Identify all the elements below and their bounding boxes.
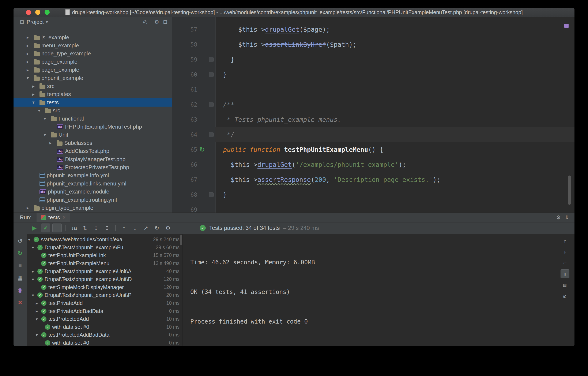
test-tree-item[interactable]: ▾✓testProtectedAddBadData0 ms [27, 331, 182, 339]
test-tree-item[interactable]: ▾✓Drupal\Tests\phpunit_example\Unit\P20 … [27, 291, 182, 299]
scroll-to-end-toggle[interactable]: ⇓ [561, 269, 569, 278]
test-tree-item[interactable]: ▾✓/var/www/web/modules/contrib/exa29 s 2… [27, 236, 182, 243]
editor-scrollbar-thumb[interactable] [568, 176, 571, 205]
rerun-tests-button[interactable]: ▶ [30, 224, 39, 232]
project-tree-item[interactable]: phpunit_example.links.menu.yml [13, 179, 172, 188]
hide-panel-button[interactable]: ⊟ [161, 18, 169, 26]
clear-all-button[interactable]: ∅ [561, 292, 569, 300]
project-tree-item[interactable]: ▸src [13, 82, 172, 90]
error-stripe-mark[interactable] [564, 24, 568, 28]
next-failed-test-button[interactable]: ↓ [131, 224, 139, 232]
expand-arrow-icon[interactable]: ▸ [27, 43, 34, 48]
fold-marker-icon[interactable] [207, 132, 215, 137]
print-button[interactable]: ▤ [561, 281, 569, 289]
project-tree-item[interactable]: ▾src [13, 107, 172, 115]
test-tree-item[interactable]: ✓testSimpleMockDisplayManager120 ms [27, 283, 182, 291]
project-tree-item[interactable]: ▾tests [13, 98, 172, 106]
project-tree-item[interactable]: ▸node_type_example [13, 50, 172, 58]
show-passed-toggle[interactable]: ✔ [41, 223, 50, 232]
test-tree-item[interactable]: ✓testPhpUnitExampleLink15 s 570 ms [27, 252, 182, 259]
close-button[interactable]: × [16, 298, 24, 307]
collapse-arrow-icon[interactable]: ▾ [32, 277, 37, 282]
settings-gear-button[interactable]: ⚙ [163, 224, 172, 232]
test-tree-item[interactable]: ▾✓Drupal\Tests\phpunit_example\Fu29 s 60… [27, 243, 182, 252]
restore-layout-button[interactable]: ▦ [16, 274, 24, 282]
project-tree-item[interactable]: ▸Subclasses [13, 139, 172, 147]
collapse-arrow-icon[interactable]: ▾ [32, 293, 37, 298]
test-tree-item[interactable]: ▾✓testProtectedAdd10 ms [27, 315, 182, 323]
project-tree-item[interactable]: ▾phpunit_example [13, 74, 172, 82]
expand-arrow-icon[interactable]: ▸ [49, 140, 57, 145]
test-tree-item[interactable]: ▸✓testPrivateAdd10 ms [27, 299, 182, 307]
collapse-arrow-icon[interactable]: ▾ [36, 332, 41, 338]
expand-arrow-icon[interactable]: ▸ [27, 35, 34, 40]
expand-arrow-icon[interactable]: ▸ [32, 92, 40, 97]
project-tree-item[interactable]: ▸js_example [13, 33, 172, 42]
collapse-arrow-icon[interactable]: ▾ [44, 133, 51, 137]
scroll-from-source-button[interactable]: ◎ [141, 18, 149, 26]
expand-arrow-icon[interactable]: ▸ [36, 301, 41, 306]
test-tree-item[interactable]: ✓testPhpUnitExampleMenu13 s 490 ms [27, 259, 182, 267]
fold-marker-icon[interactable] [207, 57, 215, 62]
fold-marker-icon[interactable] [207, 72, 215, 77]
project-tree-item[interactable]: phpAddClassTest.php [13, 147, 172, 155]
project-tree-item[interactable]: ▾Unit [13, 131, 172, 139]
up-stack-trace-button[interactable]: ↑ [561, 236, 569, 245]
chevron-down-icon[interactable]: ▾ [46, 20, 48, 24]
pin-tab-toggle[interactable]: ◉ [16, 286, 24, 294]
project-tree-item[interactable]: phpProtectedPrivatesTest.php [13, 163, 172, 171]
expand-arrow-icon[interactable]: ▸ [27, 67, 34, 73]
project-tree-item[interactable]: phpDisplayManagerTest.php [13, 155, 172, 163]
stop-button[interactable]: ■ [16, 261, 24, 270]
test-tree-item[interactable]: ▸✓Drupal\Tests\phpunit_example\Unit\A40 … [27, 267, 182, 275]
sort-alphabetically-toggle[interactable]: ↓a [70, 224, 79, 232]
collapse-arrow-icon[interactable]: ▾ [32, 100, 40, 105]
expand-arrow-icon[interactable]: ▸ [27, 205, 34, 210]
project-tree-item[interactable]: ▸templates [13, 90, 172, 98]
minimize-window-button[interactable] [35, 10, 40, 15]
fold-marker-icon[interactable] [207, 102, 215, 107]
collapse-arrow-icon[interactable]: ▾ [36, 317, 41, 322]
rerun-button[interactable]: ↺ [16, 237, 24, 245]
zoom-window-button[interactable] [45, 10, 50, 15]
project-tree-item[interactable]: phpphpunit_example.module [13, 188, 172, 196]
tab-tests[interactable]: tests × [37, 213, 70, 222]
project-tree-item[interactable]: ▸menu_example [13, 42, 172, 49]
expand-arrow-icon[interactable]: ▸ [27, 59, 34, 64]
close-window-button[interactable] [26, 10, 31, 15]
test-tree-item[interactable]: ▸✓testPrivateAddBadData0 ms [27, 307, 182, 315]
settings-gear-button[interactable]: ⚙ [556, 214, 561, 221]
project-tree-item[interactable]: ▸pager_example [13, 66, 172, 74]
run-test-gutter-icon[interactable]: ↻ [198, 146, 207, 154]
project-panel-title[interactable]: Project [27, 19, 44, 25]
previous-failed-test-button[interactable]: ↑ [120, 224, 128, 232]
close-tab-icon[interactable]: × [63, 214, 66, 221]
show-ignored-toggle[interactable]: ≡ [52, 223, 62, 232]
down-stack-trace-button[interactable]: ↓ [561, 247, 569, 256]
collapse-arrow-icon[interactable]: ▾ [38, 108, 45, 113]
collapse-arrow-icon[interactable]: ▾ [28, 237, 34, 242]
test-tree-item[interactable]: ✓with data set #00 ms [27, 339, 182, 346]
project-tree-item[interactable]: phpPHPUnitExampleMenuTest.php [13, 123, 172, 131]
collapse-arrow-icon[interactable]: ▾ [32, 245, 37, 250]
test-tree-item[interactable]: ▾✓Drupal\Tests\phpunit_example\Unit\D120… [27, 275, 182, 283]
settings-gear-button[interactable]: ⚙ [152, 18, 161, 26]
import-test-results-button[interactable]: ↗ [142, 224, 150, 232]
expand-all-button[interactable]: ↧ [92, 224, 101, 232]
collapse-arrow-icon[interactable]: ▾ [44, 116, 51, 121]
project-tree-item[interactable]: phpunit_example.routing.yml [13, 196, 172, 204]
hide-panel-button[interactable]: ⇓ [565, 214, 569, 221]
project-tree-item[interactable]: ▾Functional [13, 115, 172, 123]
project-tree-item[interactable]: ▸page_example [13, 58, 172, 66]
expand-arrow-icon[interactable]: ▸ [27, 51, 34, 56]
rerun-failed-tests-button[interactable]: ↻ [16, 249, 24, 258]
collapse-arrow-icon[interactable]: ▾ [27, 76, 34, 81]
expand-arrow-icon[interactable]: ▸ [32, 269, 37, 274]
test-history-button[interactable]: ↻ [152, 224, 161, 232]
project-tree-item[interactable]: phpunit_example.info.yml [13, 172, 172, 179]
test-tree-scrollbar-thumb[interactable] [180, 235, 182, 245]
collapse-all-button[interactable]: ↥ [103, 224, 112, 232]
project-tree-item[interactable]: ▸plugin_type_example [13, 204, 172, 212]
sort-by-duration-toggle[interactable]: ⇅ [81, 224, 90, 232]
expand-arrow-icon[interactable]: ▸ [32, 84, 40, 89]
